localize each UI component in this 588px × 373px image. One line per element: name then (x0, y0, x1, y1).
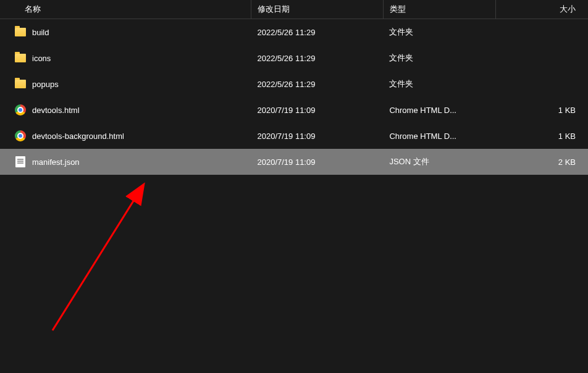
file-date: 2022/5/26 11:29 (251, 19, 383, 46)
file-name: popups (32, 80, 59, 89)
file-date: 2022/5/26 11:29 (251, 71, 383, 97)
column-header-size[interactable]: 大小 (495, 0, 588, 19)
svg-line-1 (52, 187, 142, 330)
file-row[interactable]: icons2022/5/26 11:29文件夹 (0, 45, 588, 71)
file-row[interactable]: manifest.json2020/7/19 11:09JSON 文件2 KB (0, 149, 588, 175)
file-size (495, 45, 588, 71)
column-header-row: 名称 修改日期 类型 大小 (0, 0, 588, 19)
file-date: 2020/7/19 11:09 (251, 97, 383, 123)
document-icon (15, 156, 26, 167)
chrome-icon (15, 104, 26, 115)
file-size (495, 71, 588, 97)
folder-icon (15, 78, 26, 90)
file-size: 2 KB (495, 149, 588, 175)
file-size: 1 KB (495, 123, 588, 149)
file-type: Chrome HTML D... (383, 97, 495, 123)
chrome-icon (15, 130, 26, 141)
file-name: devtools-background.html (32, 132, 124, 141)
column-header-type[interactable]: 类型 (383, 0, 495, 19)
file-type: JSON 文件 (383, 149, 495, 175)
file-size (495, 19, 588, 46)
file-date: 2020/7/19 11:09 (251, 149, 383, 175)
file-type: 文件夹 (383, 71, 495, 97)
annotation-arrow (46, 182, 170, 337)
file-name: manifest.json (32, 157, 80, 167)
file-type: 文件夹 (383, 45, 495, 71)
column-header-date[interactable]: 修改日期 (251, 0, 383, 19)
folder-icon (15, 27, 26, 38)
file-date: 2022/5/26 11:29 (251, 45, 383, 71)
folder-icon (15, 52, 26, 64)
file-list-table: 名称 修改日期 类型 大小 build2022/5/26 11:29文件夹ico… (0, 0, 588, 175)
file-date: 2020/7/19 11:09 (251, 123, 383, 149)
file-size: 1 KB (495, 97, 588, 123)
column-header-name[interactable]: 名称 (0, 0, 251, 19)
file-row[interactable]: devtools-background.html2020/7/19 11:09C… (0, 123, 588, 149)
file-name: icons (32, 54, 51, 63)
file-name: devtools.html (32, 106, 80, 115)
file-row[interactable]: devtools.html2020/7/19 11:09Chrome HTML … (0, 97, 588, 123)
file-name: build (32, 28, 49, 37)
file-type: Chrome HTML D... (383, 123, 495, 149)
file-row[interactable]: build2022/5/26 11:29文件夹 (0, 19, 588, 46)
file-row[interactable]: popups2022/5/26 11:29文件夹 (0, 71, 588, 97)
file-type: 文件夹 (383, 19, 495, 46)
